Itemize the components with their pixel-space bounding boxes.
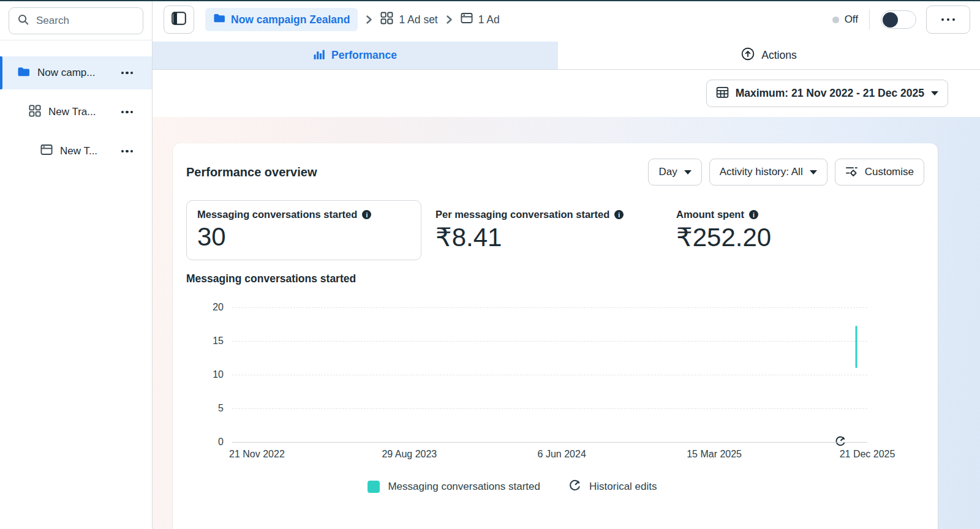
chart-y-axis: 05101520 (186, 307, 232, 442)
metric-value: ₹8.41 (435, 222, 662, 252)
y-tick-label: 0 (218, 437, 224, 448)
folder-icon (17, 66, 30, 80)
chart: 05101520 21 Nov 202229 Aug 20236 Jun 202… (186, 307, 867, 463)
campaign-on-off-toggle[interactable] (881, 10, 916, 29)
metric-amount-spent[interactable]: Amount spent i ₹252.20 (662, 200, 903, 260)
activity-history-dropdown[interactable]: Activity history: All (709, 159, 827, 186)
calendar-icon (716, 86, 729, 102)
gridline (232, 341, 867, 342)
sidebar-item-label: New Tra... (48, 106, 96, 118)
chevron-right-icon (446, 15, 453, 24)
x-tick-label: 29 Aug 2023 (382, 449, 437, 460)
chart-title: Messaging conversations started (186, 272, 924, 285)
date-range-selector[interactable]: Maximum: 21 Nov 2022 - 21 Dec 2025 (706, 80, 948, 107)
interval-dropdown[interactable]: Day (648, 159, 701, 186)
more-options-button[interactable] (926, 6, 970, 34)
info-icon[interactable]: i (362, 210, 371, 219)
y-tick-label: 15 (213, 336, 224, 347)
selected-accent-bar (0, 56, 2, 89)
metric-value: ₹252.20 (676, 222, 903, 252)
legend-label: Historical edits (589, 481, 657, 493)
sidebar-item-campaign[interactable]: Now camp... (0, 56, 152, 89)
chevron-right-icon (366, 15, 372, 24)
x-tick-label: 6 Jun 2024 (538, 449, 586, 460)
divider (869, 9, 870, 30)
ads-manager-screen: Search Now camp... New Tra... (0, 0, 980, 529)
filter-row: Maximum: 21 Nov 2022 - 21 Dec 2025 (153, 70, 980, 117)
ad-icon (461, 12, 473, 27)
metric-label-row: Per messaging conversation started i (435, 209, 662, 220)
header-row: Now campaign Zealand 1 Ad set (153, 1, 980, 38)
search-icon (17, 13, 29, 28)
legend-item-historical-edits: Historical edits (568, 479, 657, 495)
dot (952, 18, 956, 21)
tab-performance[interactable]: Performance (153, 42, 558, 69)
metric-label: Per messaging conversation started (435, 209, 609, 220)
sidebar-item-label: New T... (60, 145, 97, 157)
customise-settings-icon (845, 165, 858, 180)
gridline (232, 408, 867, 409)
tab-actions[interactable]: Actions (558, 42, 980, 69)
breadcrumb-campaign[interactable]: Now campaign Zealand (205, 8, 358, 31)
breadcrumb-ad-set-label: 1 Ad set (399, 13, 437, 26)
bar-chart-icon (314, 48, 325, 63)
item-options-button[interactable] (121, 111, 134, 114)
chevron-down-icon (684, 170, 692, 174)
search-input[interactable]: Search (9, 7, 143, 34)
card-title: Performance overview (186, 165, 317, 179)
metric-label-row: Messaging conversations started i (197, 209, 410, 220)
content-canvas: Performance overview Day Activity histor… (153, 117, 980, 529)
toggle-knob (883, 12, 898, 28)
dot (947, 18, 950, 21)
metrics-row: Messaging conversations started i 30 Per… (186, 200, 924, 260)
legend-item-series: Messaging conversations started (368, 481, 540, 493)
series-line-segment (856, 326, 858, 368)
search-placeholder: Search (36, 15, 69, 27)
main-panel: Now campaign Zealand 1 Ad set (153, 1, 980, 529)
chevron-down-icon (931, 91, 938, 96)
arrow-up-circle-icon (741, 47, 755, 64)
x-tick-label: 21 Nov 2022 (229, 449, 285, 460)
metric-messaging-conversations[interactable]: Messaging conversations started i 30 (186, 200, 421, 260)
breadcrumb-ad[interactable]: 1 Ad (461, 12, 500, 27)
series-color-swatch (368, 481, 380, 493)
activity-history-label: Activity history: All (720, 166, 803, 178)
info-icon[interactable]: i (749, 210, 758, 219)
folder-icon (213, 13, 225, 26)
historical-edits-icon (568, 479, 581, 495)
metric-value: 30 (197, 222, 410, 252)
collapse-sidebar-button[interactable] (164, 6, 194, 34)
breadcrumb-ad-set[interactable]: 1 Ad set (380, 12, 437, 28)
chevron-down-icon (810, 170, 817, 174)
metric-label: Amount spent (676, 209, 744, 220)
sidebar-collapse-icon (172, 12, 186, 28)
x-tick-label: 21 Dec 2025 (840, 449, 895, 460)
info-icon[interactable]: i (614, 210, 624, 219)
sidebar-item-ad[interactable]: New T... (0, 135, 152, 168)
chart-plot (232, 307, 867, 442)
metric-per-conversation-cost[interactable]: Per messaging conversation started i ₹8.… (421, 200, 662, 260)
tab-row: Performance Actions (153, 42, 980, 70)
customise-button-label: Customise (865, 166, 914, 178)
sidebar-search-row: Search (0, 1, 152, 40)
tab-actions-label: Actions (761, 49, 796, 62)
sidebar-nav: Now camp... New Tra... New T... (0, 40, 152, 168)
delivery-status-label: Off (845, 13, 858, 26)
ad-set-icon (29, 105, 41, 120)
y-tick-label: 5 (218, 403, 224, 414)
card-header: Performance overview Day Activity histor… (186, 143, 924, 186)
delivery-status-dot (832, 17, 839, 23)
chart-x-axis: 21 Nov 202229 Aug 20236 Jun 202415 Mar 2… (232, 442, 867, 463)
item-options-button[interactable] (121, 72, 134, 75)
performance-overview-card: Performance overview Day Activity histor… (173, 143, 938, 529)
customise-button[interactable]: Customise (835, 159, 924, 186)
interval-dropdown-label: Day (658, 166, 677, 178)
gridline (232, 375, 867, 375)
metric-label: Messaging conversations started (197, 209, 357, 220)
metric-label-row: Amount spent i (676, 209, 903, 220)
item-options-button[interactable] (121, 150, 134, 153)
sidebar-item-ad-set[interactable]: New Tra... (0, 96, 152, 129)
x-tick-label: 15 Mar 2025 (687, 449, 742, 460)
ad-set-icon (380, 12, 393, 28)
y-tick-label: 10 (213, 369, 224, 380)
